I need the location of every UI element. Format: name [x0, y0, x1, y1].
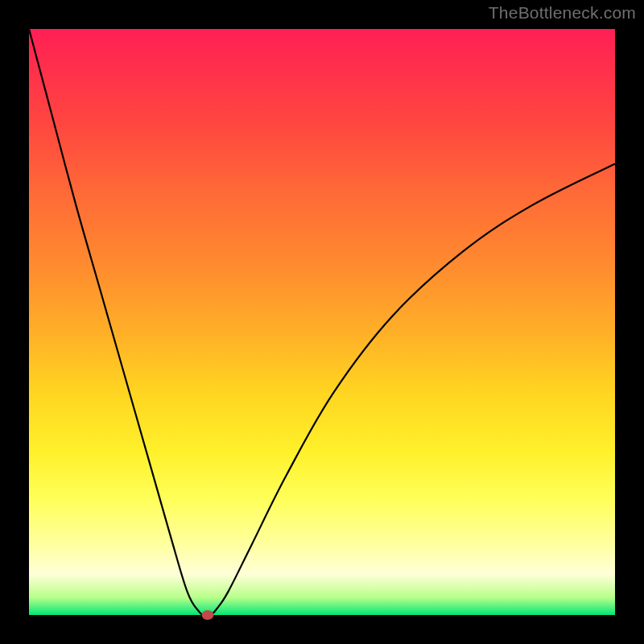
plot-area: [29, 29, 615, 615]
watermark-label: TheBottleneck.com: [489, 3, 636, 23]
chart-frame: TheBottleneck.com: [0, 0, 644, 644]
bottleneck-curve: [29, 29, 615, 615]
curve-path: [29, 29, 615, 615]
minimum-marker: [202, 610, 214, 620]
